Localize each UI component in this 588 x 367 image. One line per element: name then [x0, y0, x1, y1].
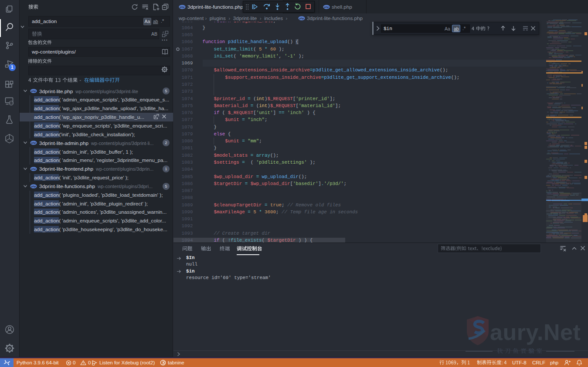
svg-text:php: php: [31, 185, 36, 188]
svg-text:php: php: [180, 6, 185, 8]
svg-text:php: php: [324, 6, 329, 8]
svg-text:php: php: [299, 17, 304, 20]
svg-text:php: php: [31, 168, 36, 170]
svg-text:php: php: [31, 90, 36, 93]
svg-text:php: php: [31, 142, 36, 145]
